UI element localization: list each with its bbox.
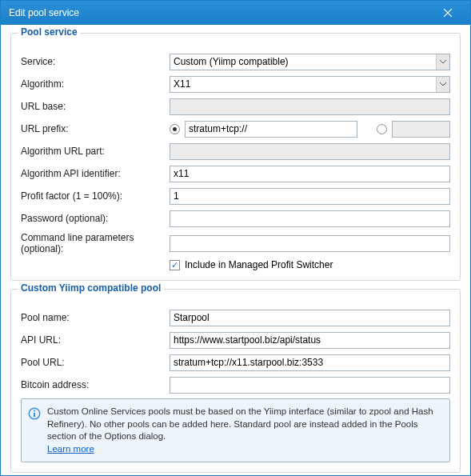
pool-url-label: Pool URL:	[21, 357, 170, 368]
chevron-down-icon	[436, 54, 449, 70]
service-label: Service:	[21, 56, 170, 67]
group-title: Pool service	[18, 26, 81, 38]
cmdline-input[interactable]	[170, 235, 450, 252]
algo-api-id-label: Algorithm API identifier:	[21, 168, 170, 179]
info-message: Custom Online Services pools must be bas…	[47, 406, 433, 441]
profit-factor-label: Profit factor (1 = 100%):	[21, 190, 170, 202]
algo-url-part-label: Algorithm URL part:	[21, 146, 170, 157]
api-url-label: API URL:	[21, 334, 170, 346]
url-prefix-input-2	[392, 121, 450, 138]
titlebar: Edit pool service	[1, 1, 470, 25]
url-prefix-radio-1[interactable]	[170, 124, 180, 134]
url-prefix-radio-2[interactable]	[377, 124, 387, 134]
dialog-content: Pool service Service: Custom (Yiimp comp…	[1, 25, 470, 476]
svg-rect-4	[34, 413, 35, 417]
password-label: Password (optional):	[21, 213, 170, 224]
group-title: Custom Yiimp compatible pool	[18, 282, 164, 294]
url-prefix-input-1[interactable]	[185, 121, 357, 138]
service-value: Custom (Yiimp compatible)	[174, 56, 289, 67]
btc-address-label: Bitcoin address:	[21, 379, 170, 390]
include-managed-label: Include in Managed Profit Switcher	[185, 259, 333, 270]
close-icon	[444, 9, 452, 17]
btc-address-input[interactable]	[170, 377, 450, 394]
algo-url-part-input	[170, 143, 450, 160]
url-base-input	[170, 98, 450, 115]
close-button[interactable]	[432, 1, 464, 25]
pool-url-input[interactable]	[170, 354, 450, 371]
custom-yiimp-group: Custom Yiimp compatible pool Pool name: …	[10, 289, 461, 473]
algorithm-value: X11	[174, 78, 190, 90]
algorithm-select[interactable]: X11	[170, 76, 450, 93]
api-url-input[interactable]	[170, 332, 450, 349]
algo-api-id-input[interactable]	[170, 166, 450, 182]
url-prefix-label: URL prefix:	[21, 123, 170, 134]
info-icon	[28, 407, 41, 420]
include-managed-checkbox[interactable]	[170, 260, 180, 270]
learn-more-link[interactable]: Learn more	[47, 444, 94, 454]
info-text: Custom Online Services pools must be bas…	[47, 406, 443, 455]
svg-point-5	[34, 410, 35, 411]
pool-service-group: Pool service Service: Custom (Yiimp comp…	[10, 33, 461, 281]
profit-factor-input[interactable]	[170, 188, 450, 205]
service-select[interactable]: Custom (Yiimp compatible)	[170, 54, 450, 70]
window-title: Edit pool service	[9, 7, 432, 18]
chevron-down-icon	[436, 77, 449, 92]
algorithm-label: Algorithm:	[21, 78, 170, 90]
password-input[interactable]	[170, 210, 450, 227]
url-base-label: URL base:	[21, 101, 170, 112]
cmdline-label: Command line parameters (optional):	[21, 232, 170, 254]
pool-name-input[interactable]	[170, 310, 450, 326]
info-panel: Custom Online Services pools must be bas…	[21, 398, 450, 462]
pool-name-label: Pool name:	[21, 312, 170, 323]
